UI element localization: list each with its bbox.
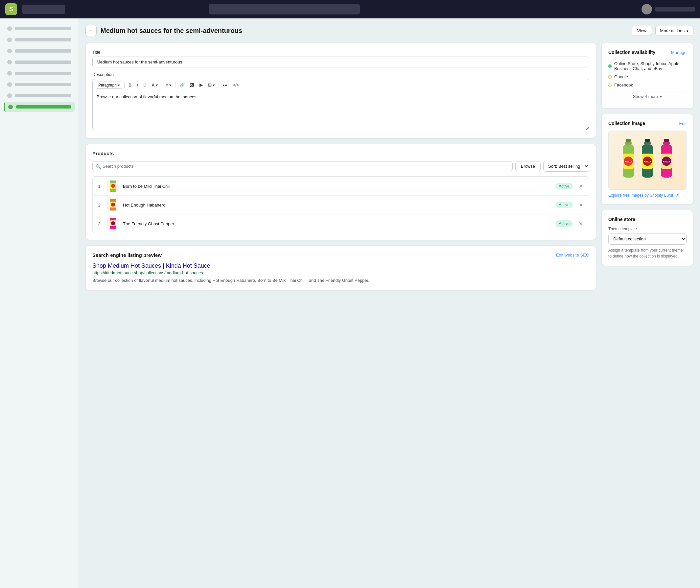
sidebar-item-6[interactable] <box>4 80 75 89</box>
online-store-header: Online store <box>608 217 687 222</box>
more-formats-button[interactable]: ••• <box>221 81 229 89</box>
font-color-chevron-icon <box>156 82 158 87</box>
burst-link[interactable]: Explore free images by Shopify Burst. ↗ <box>608 193 687 198</box>
product-number-3: 3. <box>97 221 103 226</box>
page-header-left: ← Medium hot sauces for the semi-adventu… <box>85 25 242 36</box>
search-icon: 🔍 <box>96 164 101 169</box>
search-products-input[interactable] <box>92 161 513 171</box>
status-badge-1: Active <box>555 183 573 189</box>
product-number-1: 1. <box>97 184 103 189</box>
edit-image-button[interactable]: Edit <box>679 121 687 126</box>
svg-point-3 <box>111 184 115 188</box>
sort-select[interactable]: Sort: Best selling <box>543 161 589 172</box>
remove-product-2-button[interactable]: ✕ <box>577 201 585 209</box>
sidebar-item-label <box>15 60 71 64</box>
seo-card: Search engine listing preview Edit websi… <box>85 245 596 291</box>
content-row: Title Description Paragraph B I <box>85 43 693 291</box>
sidebar-item-7[interactable] <box>4 91 75 101</box>
shopify-logo-icon: S <box>5 3 17 15</box>
user-avatar[interactable] <box>642 4 652 14</box>
view-button[interactable]: View <box>632 26 652 36</box>
sidebar-item-label <box>15 94 71 97</box>
products-list: 1. Born to be Mild Thai Chilli A <box>92 176 589 233</box>
remove-product-3-button[interactable]: ✕ <box>577 220 585 227</box>
nav-global-search[interactable] <box>209 4 360 14</box>
products-card: Products 🔍 Browse Sort: Best selling <box>85 144 596 240</box>
svg-text:KINDA: KINDA <box>663 160 670 163</box>
product-thumbnail-2 <box>107 199 119 211</box>
video-button[interactable]: ▶ <box>198 81 205 89</box>
availability-card-title: Collection availability <box>608 50 655 55</box>
toolbar-divider-4 <box>219 82 219 88</box>
more-actions-button[interactable]: More actions <box>655 26 693 36</box>
remove-product-1-button[interactable]: ✕ <box>577 182 585 190</box>
status-badge-3: Active <box>555 220 573 227</box>
description-textarea[interactable]: Browse our collection of flavorful mediu… <box>92 91 589 130</box>
image-icon: 🖼 <box>190 82 194 87</box>
sidebar-dot-icon <box>7 49 12 53</box>
show-more-button[interactable]: Show 4 more <box>608 91 687 102</box>
link-button[interactable]: 🔗 <box>177 81 187 89</box>
toolbar-divider-1 <box>124 82 125 88</box>
product-name-2: Hot Enough Habanero <box>123 202 551 207</box>
back-button[interactable]: ← <box>85 25 97 36</box>
table-row: 3. The Friendly Ghost Pepper Act <box>93 214 589 233</box>
page-title: Medium hot sauces for the semi-adventuro… <box>101 27 242 35</box>
italic-button[interactable]: I <box>135 81 140 89</box>
sidebar-active-item-label <box>16 105 71 108</box>
sidebar-active-dot-icon <box>8 105 13 109</box>
online-store-card: Online store Theme template Default coll… <box>601 210 693 266</box>
link-icon: 🔗 <box>179 82 185 87</box>
svg-rect-13 <box>625 142 632 145</box>
manage-button[interactable]: Manage <box>671 50 687 55</box>
paragraph-select[interactable]: Paragraph <box>96 82 122 89</box>
availability-item-2-label: Google <box>614 74 628 79</box>
paragraph-chevron-icon <box>118 83 120 87</box>
sidebar-dot-icon <box>7 82 12 87</box>
collection-image-title: Collection image <box>608 121 645 126</box>
svg-rect-12 <box>626 139 631 142</box>
align-button[interactable]: ≡ <box>164 81 174 89</box>
sidebar-dot-icon <box>7 26 12 31</box>
sidebar-item-3[interactable] <box>4 46 75 56</box>
table-button[interactable]: ⊞ <box>206 81 217 89</box>
theme-template-help-text: Assign a template from your current them… <box>608 247 687 259</box>
sidebar-item-1[interactable] <box>4 24 75 34</box>
video-icon: ▶ <box>199 82 203 87</box>
availability-dot-green-icon <box>608 64 612 68</box>
theme-template-select[interactable]: Default collection <box>608 233 687 245</box>
sidebar-item-collections[interactable] <box>4 102 75 112</box>
show-more-label: Show 4 more <box>633 94 658 99</box>
main-content: ← Medium hot sauces for the semi-adventu… <box>79 18 700 588</box>
svg-rect-24 <box>664 139 669 142</box>
seo-header: Search engine listing preview Edit websi… <box>92 252 589 258</box>
bottle-2-icon: KINDA <box>639 139 656 181</box>
availability-item-2: Google <box>608 73 687 81</box>
online-store-title: Online store <box>608 217 635 222</box>
svg-rect-18 <box>645 139 650 142</box>
svg-rect-25 <box>663 142 670 145</box>
title-input[interactable] <box>92 57 589 67</box>
toolbar-divider-3 <box>175 82 175 88</box>
sidebar-item-4[interactable] <box>4 57 75 67</box>
align-chevron-icon <box>169 82 171 87</box>
description-toolbar: Paragraph B I U A <box>92 79 589 91</box>
edit-seo-button[interactable]: Edit website SEO <box>556 252 589 257</box>
bold-button[interactable]: B <box>127 81 133 89</box>
code-button[interactable]: </> <box>231 82 241 88</box>
font-color-button[interactable]: A <box>150 81 159 89</box>
user-name-placeholder <box>655 7 695 12</box>
sidebar <box>0 18 79 588</box>
image-button[interactable]: 🖼 <box>188 81 196 89</box>
underline-button[interactable]: U <box>141 81 148 89</box>
sidebar-item-label <box>15 38 71 41</box>
product-number-2: 2. <box>97 202 103 207</box>
sidebar-item-5[interactable] <box>4 68 75 78</box>
sidebar-item-2[interactable] <box>4 35 75 45</box>
more-actions-label: More actions <box>660 28 685 33</box>
table-row: 1. Born to be Mild Thai Chilli A <box>93 176 589 195</box>
burst-link-label: Explore free images by Shopify Burst. <box>608 193 674 198</box>
sidebar-item-label <box>15 83 71 86</box>
browse-button[interactable]: Browse <box>515 161 541 171</box>
top-nav: S <box>0 0 700 18</box>
